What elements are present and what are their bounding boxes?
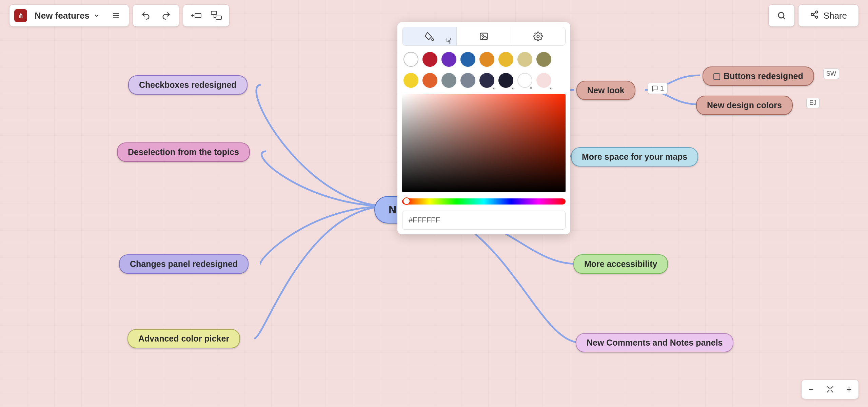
color-swatch[interactable] — [422, 73, 437, 88]
node-comments-notes[interactable]: New Comments and Notes panels — [576, 333, 733, 352]
zoom-in-button[interactable] — [840, 381, 859, 398]
color-swatch[interactable] — [517, 73, 532, 88]
chevron-down-icon — [94, 11, 100, 21]
svg-rect-2 — [216, 16, 221, 19]
redo-button[interactable] — [156, 7, 176, 24]
node-accessibility[interactable]: More accessibility — [573, 254, 668, 274]
color-swatch[interactable] — [517, 52, 532, 67]
svg-point-8 — [482, 35, 484, 36]
color-swatch[interactable] — [441, 52, 456, 67]
svg-rect-0 — [195, 14, 201, 18]
node-changes-panel[interactable]: Changes panel redesigned — [119, 254, 249, 274]
share-label: Share — [824, 11, 847, 21]
svg-rect-1 — [211, 11, 217, 15]
hue-slider[interactable] — [402, 198, 566, 205]
fit-to-screen-button[interactable] — [821, 381, 840, 398]
avatar-badge-sw[interactable]: SW — [823, 69, 839, 79]
color-swatches-row2 — [402, 73, 566, 88]
node-more-space[interactable]: More space for your maps — [571, 147, 698, 167]
node-checkboxes[interactable]: Checkboxes redesigned — [128, 75, 248, 95]
color-swatch[interactable] — [460, 73, 475, 88]
node-buttons-redesigned[interactable]: Buttons redesigned — [703, 66, 814, 86]
color-swatch[interactable] — [403, 73, 418, 88]
zoom-controls — [802, 380, 859, 399]
color-swatch[interactable] — [403, 52, 418, 67]
color-picker-popover — [397, 22, 570, 234]
tab-image[interactable] — [456, 27, 511, 45]
svg-point-4 — [815, 11, 818, 13]
color-swatch[interactable] — [536, 52, 551, 67]
node-new-look[interactable]: New look — [576, 81, 635, 100]
menu-button[interactable] — [106, 7, 126, 24]
svg-point-9 — [537, 35, 539, 38]
hue-thumb[interactable] — [403, 197, 410, 205]
color-swatch[interactable] — [498, 52, 513, 67]
undo-button[interactable] — [136, 7, 156, 24]
share-button[interactable]: Share — [801, 7, 856, 24]
node-color-picker[interactable]: Advanced color picker — [127, 329, 240, 348]
app-logo: ⋔ — [14, 9, 27, 22]
zoom-out-button[interactable] — [802, 381, 821, 398]
saturation-value-picker[interactable] — [402, 94, 566, 192]
svg-point-6 — [815, 16, 818, 18]
svg-rect-7 — [480, 33, 487, 40]
node-design-colors[interactable]: New design colors — [696, 96, 793, 115]
color-swatch[interactable] — [498, 73, 513, 88]
color-swatch[interactable] — [479, 52, 494, 67]
add-topic-button[interactable] — [186, 7, 206, 24]
svg-point-5 — [811, 13, 813, 16]
color-swatch[interactable] — [422, 52, 437, 67]
search-button[interactable] — [771, 7, 792, 24]
document-title-button[interactable]: New features — [30, 7, 106, 24]
hex-input[interactable] — [402, 211, 566, 230]
node-deselection[interactable]: Deselection from the topics — [117, 142, 250, 162]
color-swatch[interactable] — [460, 52, 475, 67]
checkbox-icon — [713, 73, 720, 80]
comment-count-badge[interactable]: 1 — [648, 83, 668, 94]
avatar-badge-ej[interactable]: EJ — [806, 98, 820, 108]
color-swatch[interactable] — [479, 73, 494, 88]
svg-point-3 — [778, 13, 784, 18]
popover-tabs — [402, 27, 566, 46]
tab-fill-color[interactable] — [402, 27, 456, 45]
add-subtopic-button[interactable] — [206, 7, 226, 24]
color-swatches-row1 — [402, 52, 566, 67]
color-swatch[interactable] — [536, 73, 551, 88]
share-icon — [810, 10, 819, 21]
color-swatch[interactable] — [441, 73, 456, 88]
document-title: New features — [35, 11, 90, 21]
tab-settings[interactable] — [511, 27, 565, 45]
